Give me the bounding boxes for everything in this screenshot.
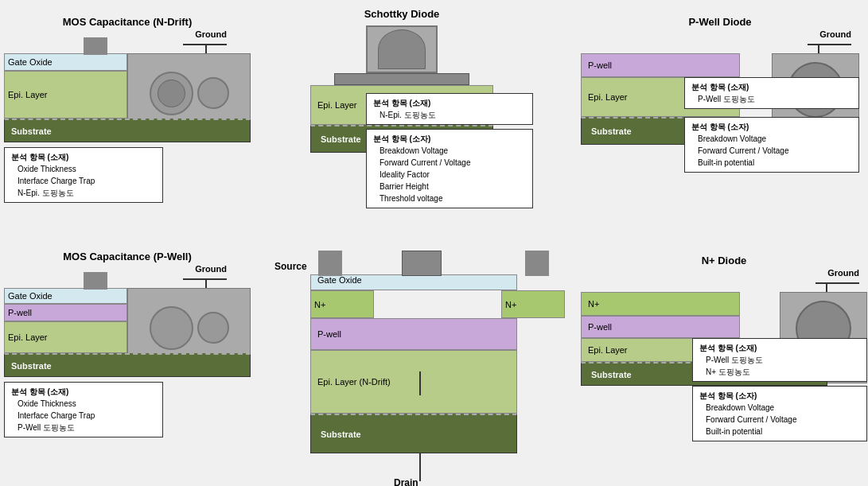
pwell-layer-pwell-diode: P-well [581,53,740,77]
info-box-nplus-diode-material: 분석 항목 (소재) P-Well 도핑농도 N+ 도핑농도 [692,338,867,382]
nplus-diode: N+ Diode Ground N+ P-well Epi. Layer Sub… [581,255,867,486]
schottky-diode-title: Schottky Diode [271,8,533,20]
ground-label-pwell-diode: Ground [819,29,851,39]
info-box-pwell-diode-material: 분석 항목 (소재) P-Well 도핑농도 [684,77,859,109]
drain-label: Drain [394,477,418,486]
mosfet: Source Gate Drain Gate Oxide N+ N+ P-wel… [263,199,565,485]
info-box-schottky-material: 분석 항목 (소재) N-Epi. 도핑농도 [366,93,533,125]
schottky-top-cap [366,25,438,73]
epi-layer-ndrift: Epi. Layer [4,71,127,119]
gate-oxide-layer-ndrift: Gate Oxide [4,53,127,71]
nplus-right-mosfet: N+ [501,290,565,318]
info-box-schottky-device: 분석 항목 (소자) Breakdown Voltage Forward Cur… [366,129,533,208]
ground-label-ndrift: Ground [195,29,227,39]
source-label: Source [274,261,307,272]
nplus-diode-title: N+ Diode [581,255,867,266]
pwell-layer-nplus-diode: P-well [581,316,740,338]
mos-cap-pwell: MOS Capacitance (P-Well) Ground Gate Oxi… [4,251,251,431]
pwell-mosfet: P-well [310,318,517,350]
ground-label-pwell-cap: Ground [195,264,227,274]
gate-line [419,371,421,395]
substrate-layer-pwell-cap: Substrate [4,353,251,377]
nplus-left-mosfet: N+ [310,290,374,318]
info-box-pwell-cap: 분석 항목 (소재) Oxide Thickness Interface Cha… [4,382,163,437]
info-box-nplus-diode-device: 분석 항목 (소자) Breakdown Voltage Forward Cur… [692,386,867,441]
ground-label-nplus-diode: Ground [827,268,859,278]
gate-oxide-layer-pwell-cap: Gate Oxide [4,288,127,304]
substrate-layer-ndrift: Substrate [4,119,251,142]
pwell-diode-title: P-Well Diode [581,16,859,28]
pwell-diode: P-Well Diode Ground P-well Epi. Layer Su… [581,16,859,260]
info-box-ndrift: 분석 항목 (소재) Oxide Thickness Interface Cha… [4,147,163,203]
drain-line [419,453,421,481]
cap-tab-pwell [84,272,107,290]
nplus-layer-nplus-diode: N+ [581,292,740,316]
epi-layer-mosfet: Epi. Layer (N-Drift) [310,350,517,414]
schottky-metal-top [334,73,469,85]
mos-cap-ndrift-title: MOS Capacitance (N-Drift) [4,16,251,28]
substrate-mosfet: Substrate [310,414,517,453]
source-tab-right [525,251,549,276]
gate-tab-mosfet [402,251,442,276]
source-tab-left [318,251,342,276]
pwell-layer-cap: P-well [4,304,127,321]
mos-cap-pwell-title: MOS Capacitance (P-Well) [4,251,251,262]
cap-tab-ndrift [84,37,107,55]
gate-oxide-mosfet: Gate Oxide [310,274,517,290]
epi-layer-pwell-cap: Epi. Layer [4,321,127,353]
info-box-pwell-diode-device: 분석 항목 (소자) Breakdown Voltage Forward Cur… [684,117,859,173]
mos-cap-ndrift: MOS Capacitance (N-Drift) Ground Gate Ox… [4,16,251,189]
